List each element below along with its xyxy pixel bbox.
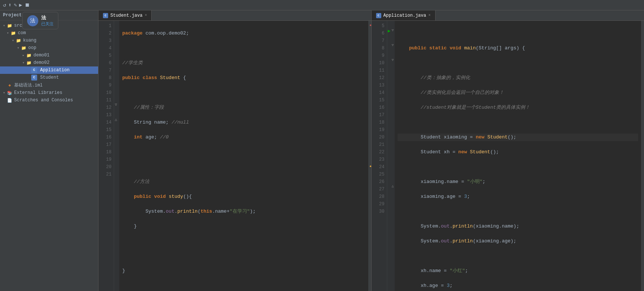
- fold-line27[interactable]: △: [392, 184, 394, 188]
- code-line-1: package com.oop.demo02;: [122, 30, 365, 37]
- refresh-icon[interactable]: ↺: [3, 2, 6, 8]
- fold-line8[interactable]: ▽: [392, 43, 394, 47]
- left-editor-pane: C Student.java × 12345 678910 1112131415…: [98, 10, 372, 291]
- editors-area: C Student.java × 12345 678910 1112131415…: [98, 10, 644, 291]
- iml-icon: ◆: [7, 82, 13, 88]
- left-scroll-stripe: [368, 21, 371, 291]
- label-application: Application: [40, 68, 69, 73]
- code-line-10: [122, 163, 365, 171]
- tab-student-java[interactable]: C Student.java ×: [98, 10, 152, 20]
- right-gutter: ▶ ▽ ▽ ▽ △: [387, 21, 395, 291]
- sidebar-tree[interactable]: ▾ 📁 src ▾ 📁 com ▾ 📁 kuang: [0, 20, 98, 291]
- left-code-area[interactable]: 12345 678910 1112131415 1617181920 21 ▽ …: [98, 21, 371, 291]
- code-line-9: [122, 148, 365, 156]
- left-line-numbers: 12345 678910 1112131415 1617181920 21: [98, 21, 114, 291]
- label-src: src: [14, 23, 22, 28]
- r-code-line-16: xiaoming.age = 3;: [398, 193, 638, 200]
- run-icon[interactable]: ▶: [19, 2, 22, 8]
- r-code-line-18: System.out.println(xiaoming.name);: [398, 223, 638, 230]
- arrow-kuang: ▾: [10, 38, 16, 43]
- sidebar-item-scratches[interactable]: 📄 Scratches and Consoles: [0, 97, 98, 104]
- sidebar-item-student[interactable]: C Student: [0, 74, 98, 81]
- run-button-gutter[interactable]: ▶: [388, 28, 391, 34]
- label-com: com: [18, 30, 26, 36]
- notification-avatar: 法: [27, 15, 38, 26]
- sidebar-item-iml[interactable]: ◆ 基础语法.iml: [0, 81, 98, 89]
- label-oop: oop: [28, 45, 36, 50]
- r-code-line-22: xh.age = 3;: [398, 282, 638, 290]
- code-line-5: [122, 89, 365, 97]
- tab-application-label: Application.java: [384, 13, 426, 18]
- arrow-ext-libs: ▾: [1, 91, 7, 95]
- sidebar: Project ▾ 📁 src ▾ 📁 com ▾ 📁: [0, 10, 98, 291]
- fold-line10[interactable]: ▽: [392, 58, 394, 62]
- warning-stripe: [370, 166, 371, 167]
- arrow-demo01: ▸: [21, 53, 26, 58]
- r-code-line-9: //类实例化后会返回一个自己的对象！: [398, 89, 638, 97]
- stop-icon[interactable]: ⏹: [25, 2, 30, 8]
- notification-popup: 法 法 已关注: [22, 12, 58, 29]
- sidebar-item-kuang[interactable]: ▾ 📁 kuang: [0, 37, 98, 44]
- r-code-line-17: [398, 208, 638, 215]
- arrow-oop: ▾: [16, 46, 21, 50]
- sidebar-item-com[interactable]: ▾ 📁 com: [0, 29, 98, 37]
- follow-badge[interactable]: 已关注: [41, 21, 54, 27]
- r-code-line-7: [398, 59, 638, 67]
- code-line-6: //属性：字段: [122, 104, 365, 111]
- r-code-line-14: [398, 163, 638, 171]
- sidebar-item-external-libs[interactable]: ▾ 📚 External Libraries: [0, 89, 98, 97]
- label-demo02: demo02: [33, 60, 49, 65]
- folder-icon-kuang: 📁: [16, 37, 22, 43]
- r-code-line-5: [398, 30, 638, 37]
- tab-application-java[interactable]: C Application.java ×: [372, 10, 436, 20]
- arrow-demo02: ▾: [21, 61, 26, 65]
- code-line-7: String name; //null: [122, 119, 365, 126]
- upload-icon[interactable]: ⬆: [8, 2, 11, 8]
- left-code-content[interactable]: package com.oop.demo02; //学生类 public cla…: [119, 21, 368, 291]
- r-code-line-15: xiaoming.name = "小明";: [398, 178, 638, 186]
- fold-arrow-14[interactable]: △: [115, 117, 117, 122]
- arrow-com: ▾: [5, 31, 10, 35]
- sidebar-item-application[interactable]: C Application: [0, 66, 98, 74]
- ide-window: ↺ ⬆ ✎ ▶ ⏹ 法 法 已关注 Project ▾ 📁 src: [0, 0, 644, 291]
- code-line-17: }: [122, 267, 365, 275]
- sidebar-item-oop[interactable]: ▾ 📁 oop: [0, 44, 98, 52]
- tab-student-label: Student.java: [110, 13, 142, 18]
- sidebar-item-demo02[interactable]: ▾ 📁 demo02: [0, 59, 98, 66]
- label-kuang: kuang: [23, 38, 36, 43]
- label-iml: 基础语法.iml: [14, 82, 43, 88]
- fold-line6-open[interactable]: ▽: [392, 28, 394, 32]
- tab-application-icon: C: [376, 13, 381, 18]
- label-scratches: Scratches and Consoles: [14, 98, 73, 103]
- right-editor-pane: C Application.java × 56789 1011121314 15…: [372, 10, 644, 291]
- right-code-content[interactable]: public static void main(String[] args) {…: [395, 21, 641, 291]
- right-scroll-stripe: [641, 21, 644, 291]
- r-code-line-12: Student xiaoming = new Student();: [398, 134, 638, 141]
- tab-student-close[interactable]: ×: [145, 13, 147, 17]
- main-layout: Project ▾ 📁 src ▾ 📁 com ▾ 📁: [0, 10, 644, 291]
- tab-application-close[interactable]: ×: [428, 13, 431, 17]
- error-stripe-top: [370, 24, 371, 26]
- fold-arrow-12[interactable]: ▽: [115, 102, 117, 107]
- folder-icon-oop: 📁: [21, 45, 27, 51]
- right-code-area[interactable]: 56789 1011121314 1516171819 2021222324 2…: [372, 21, 644, 291]
- sidebar-item-demo01[interactable]: ▸ 📁 demo01: [0, 52, 98, 59]
- r-code-line-13: Student xh = new Student();: [398, 148, 638, 156]
- label-demo01: demo01: [33, 53, 49, 58]
- label-student: Student: [40, 75, 59, 80]
- tab-student-icon: C: [103, 13, 108, 18]
- code-line-14: }: [122, 223, 365, 230]
- folder-icon-demo01: 📁: [26, 52, 32, 58]
- left-gutter: ▽ △: [114, 21, 119, 291]
- code-line-4: public class Student {: [122, 74, 365, 82]
- java-class-icon-application: C: [31, 67, 37, 73]
- code-line-13: System.out.println(this.name+"在学习");: [122, 208, 365, 215]
- r-code-line-20: [398, 252, 638, 260]
- code-line-16: [122, 252, 365, 260]
- arrow-src: ▾: [1, 23, 7, 28]
- folder-icon-demo02: 📁: [26, 60, 32, 66]
- r-code-line-8: //类：抽象的，实例化: [398, 74, 638, 82]
- code-line-11: //方法: [122, 178, 365, 186]
- code-line-18: [122, 282, 365, 290]
- edit-icon[interactable]: ✎: [14, 2, 17, 8]
